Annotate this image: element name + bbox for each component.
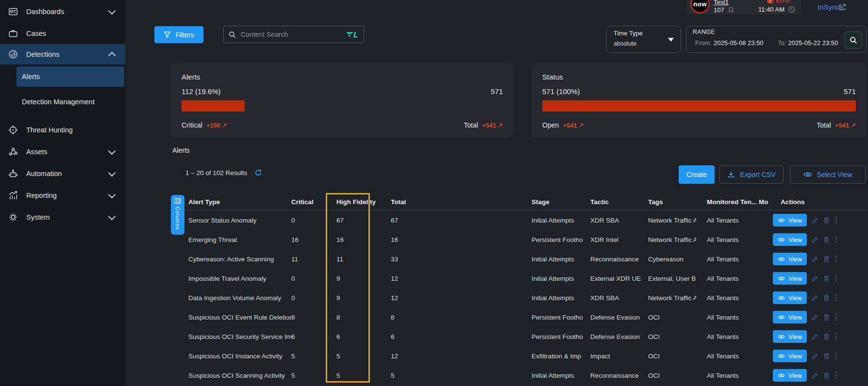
range-values[interactable]: From:2025-05-08 23:50 To:2025-05-22 23:5… xyxy=(695,39,838,47)
cell-actions: View xyxy=(773,272,867,285)
chevron-down-icon xyxy=(108,7,116,15)
delete-icon[interactable] xyxy=(823,236,830,243)
cell-alert-type: Sensor Status Anomaly xyxy=(171,217,291,224)
trend-value[interactable]: +100↗ xyxy=(206,122,227,129)
delete-icon[interactable] xyxy=(823,275,830,282)
columns-button[interactable]: Columns xyxy=(171,195,184,235)
sidebar-item-assets[interactable]: Assets xyxy=(0,142,125,162)
cell-monitored-tenants: All Tenants xyxy=(696,236,759,243)
delete-icon[interactable] xyxy=(823,372,830,379)
trend-value[interactable]: +541↗ xyxy=(835,122,856,129)
edit-icon[interactable] xyxy=(811,314,818,321)
more-actions-icon[interactable] xyxy=(835,313,838,322)
edit-icon[interactable] xyxy=(811,236,818,243)
delete-icon[interactable] xyxy=(823,217,830,224)
external-link-icon[interactable] xyxy=(838,3,847,13)
view-button[interactable]: View xyxy=(773,291,807,304)
cell-tactic: XDR Intel xyxy=(586,236,641,243)
range-to-label: To: xyxy=(778,39,786,47)
view-button[interactable]: View xyxy=(773,369,807,382)
column-header-tactic[interactable]: Tactic xyxy=(586,198,641,206)
eye-icon xyxy=(778,295,785,301)
edit-icon[interactable] xyxy=(811,294,818,302)
trend-up-arrow-icon: ↗ xyxy=(222,122,227,129)
column-header-critical[interactable]: Critical xyxy=(291,198,336,206)
sidebar-item-reporting[interactable]: Reporting xyxy=(0,185,125,206)
more-actions-icon[interactable] xyxy=(835,235,838,244)
sidebar-item-detections[interactable]: Detections xyxy=(0,44,125,64)
cell-stage: Initial Attempts xyxy=(532,275,586,282)
cell-high-fidelity: 5 xyxy=(336,353,391,360)
delete-icon[interactable] xyxy=(823,314,830,321)
eye-icon xyxy=(778,373,785,378)
column-header-alert-type[interactable]: Alert Type xyxy=(171,198,291,206)
column-header-mo[interactable]: Mo xyxy=(759,198,773,206)
sidebar-item-alerts[interactable]: Alerts xyxy=(17,66,124,87)
trend-value[interactable]: +541↗ xyxy=(482,122,503,129)
search-input[interactable] xyxy=(240,30,345,39)
column-header-tags[interactable]: Tags xyxy=(641,198,696,206)
sidebar-item-threat-hunting[interactable]: Threat Hunting xyxy=(0,120,125,140)
cell-tags: Network Traffic A xyxy=(641,236,696,243)
edit-icon[interactable] xyxy=(811,275,818,282)
view-button[interactable]: View xyxy=(773,311,807,323)
more-actions-icon[interactable] xyxy=(835,371,838,380)
card-footer-right-label: Total xyxy=(464,121,478,129)
delete-icon[interactable] xyxy=(823,333,830,340)
view-button[interactable]: View xyxy=(773,350,807,362)
card-title: Status xyxy=(542,73,856,81)
more-actions-icon[interactable] xyxy=(835,352,838,360)
more-actions-icon[interactable] xyxy=(835,216,838,225)
time-type-dropdown[interactable]: Time Type absolute xyxy=(606,26,681,53)
more-actions-icon[interactable] xyxy=(835,274,838,283)
select-view-button[interactable]: Select View xyxy=(790,165,866,184)
view-button[interactable]: View xyxy=(773,272,807,285)
view-button[interactable]: View xyxy=(773,214,807,226)
cell-monitored-tenants: All Tenants xyxy=(696,314,759,321)
delete-icon[interactable] xyxy=(823,353,830,360)
more-actions-icon[interactable] xyxy=(835,332,838,341)
edit-icon[interactable] xyxy=(811,353,818,360)
column-header-high-fidelity[interactable]: High Fidelity xyxy=(336,198,391,206)
cell-monitored-tenants: All Tenants xyxy=(696,275,759,282)
lucene-query-icon[interactable] xyxy=(345,31,359,39)
time-range-box: RANGE From:2025-05-08 23:50 To:2025-05-2… xyxy=(686,26,867,53)
sidebar-item-cases[interactable]: Cases xyxy=(0,23,125,44)
view-button[interactable]: View xyxy=(773,253,807,265)
trend-value[interactable]: +541↗ xyxy=(563,122,584,129)
sidebar-item-detection-management[interactable]: Detection Management xyxy=(17,92,124,112)
column-header-monitored-tenants[interactable]: Monitored Ten... xyxy=(696,198,759,206)
edit-icon[interactable] xyxy=(811,333,818,340)
column-header-total[interactable]: Total xyxy=(391,198,532,206)
eye-icon xyxy=(778,315,785,320)
tenant-link[interactable]: Test1 xyxy=(714,0,729,6)
table-row: Suspicious OCI Instance Activity 5 5 12 … xyxy=(171,346,867,366)
bell-icon[interactable] xyxy=(728,6,734,16)
sidebar-item-automation[interactable]: Automation xyxy=(0,163,125,184)
cell-tags: OCI xyxy=(641,353,696,360)
range-search-button[interactable] xyxy=(845,32,862,48)
refresh-icon[interactable] xyxy=(254,169,262,177)
cell-total: 67 xyxy=(391,217,532,224)
sidebar-item-system[interactable]: System xyxy=(0,207,125,227)
edit-icon[interactable] xyxy=(811,256,818,263)
eye-icon xyxy=(778,276,785,281)
more-actions-icon[interactable] xyxy=(835,255,838,263)
card-footer-left-label: Open xyxy=(542,121,559,129)
delete-icon[interactable] xyxy=(823,294,830,302)
column-header-stage[interactable]: Stage xyxy=(532,198,586,206)
delete-icon[interactable] xyxy=(823,256,830,263)
edit-icon[interactable] xyxy=(811,372,818,379)
table-header-row: Alert Type Critical High Fidelity Total … xyxy=(171,194,867,210)
create-button[interactable]: Create xyxy=(679,165,715,184)
export-csv-button[interactable]: Export CSV xyxy=(719,165,784,184)
more-actions-icon[interactable] xyxy=(835,293,838,302)
view-button[interactable]: View xyxy=(773,233,807,246)
edit-icon[interactable] xyxy=(811,217,818,224)
cell-critical: 0 xyxy=(291,217,336,224)
filters-button[interactable]: Filters xyxy=(154,26,203,43)
eye-icon xyxy=(778,237,785,242)
sidebar-item-dashboards[interactable]: Dashboards xyxy=(0,1,125,22)
view-button[interactable]: View xyxy=(773,330,807,343)
cell-stage: Initial Attempts xyxy=(532,256,586,263)
